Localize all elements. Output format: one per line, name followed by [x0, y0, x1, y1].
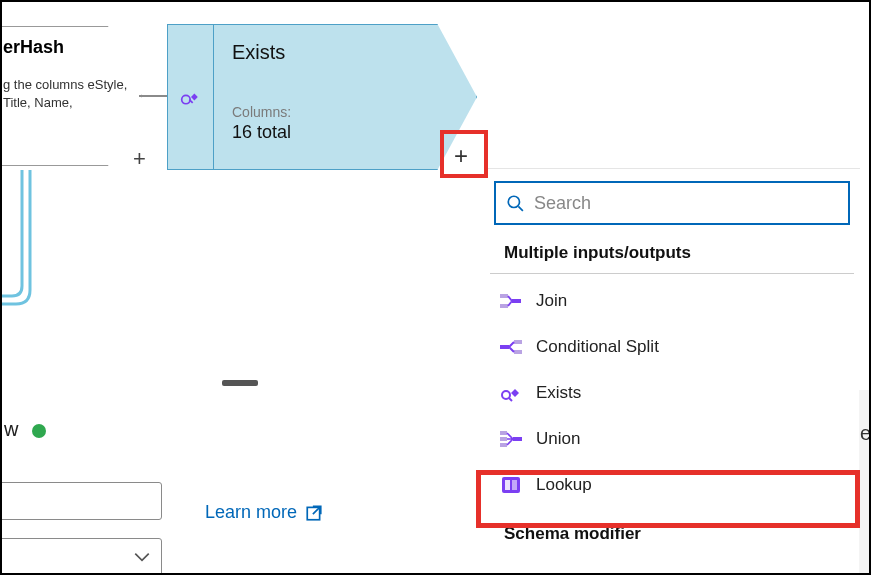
svg-rect-6 [500, 294, 508, 298]
svg-point-0 [181, 95, 189, 103]
transformation-search-input[interactable] [534, 193, 838, 214]
menu-item-lookup-label: Lookup [536, 475, 592, 495]
learn-more-link[interactable]: Learn more [205, 502, 323, 523]
panel-resize-handle[interactable] [222, 380, 258, 386]
exists-node-icon-bay [167, 24, 213, 170]
node-connector [139, 82, 168, 112]
lookup-icon [500, 474, 522, 496]
menu-item-conditional-split-label: Conditional Split [536, 337, 659, 357]
svg-rect-15 [500, 431, 507, 435]
exists-menu-icon [500, 382, 522, 404]
exists-node-columns-label: Columns: [232, 104, 458, 120]
menu-item-union[interactable]: Union [484, 416, 860, 462]
exists-node-columns-value: 16 total [232, 122, 458, 143]
property-input-1[interactable] [0, 482, 162, 520]
svg-rect-11 [514, 350, 522, 354]
svg-marker-14 [511, 389, 519, 397]
svg-rect-19 [502, 477, 520, 493]
menu-item-exists-label: Exists [536, 383, 581, 403]
svg-rect-9 [500, 345, 509, 349]
conditional-split-icon [500, 336, 522, 358]
menu-section-schema-modifier: Schema modifier [490, 516, 854, 554]
svg-rect-8 [512, 299, 521, 303]
svg-rect-17 [500, 443, 507, 447]
add-transformation-button[interactable]: + [454, 142, 468, 170]
external-link-icon [305, 504, 323, 522]
svg-line-5 [518, 206, 523, 211]
exists-node[interactable]: Exists Columns: 16 total [167, 24, 477, 170]
scrollbar-track[interactable] [859, 390, 869, 575]
upstream-node-title: erHash [3, 37, 129, 58]
transformation-search[interactable] [494, 181, 850, 225]
svg-point-12 [502, 391, 510, 399]
svg-line-13 [509, 398, 512, 401]
add-branch-button-left[interactable]: + [133, 146, 146, 172]
exists-node-title: Exists [232, 41, 458, 64]
svg-marker-2 [191, 94, 198, 101]
status-indicator-dot [32, 424, 46, 438]
join-icon [500, 290, 522, 312]
dataflow-canvas[interactable]: erHash g the columns eStyle, Title, Name… [2, 2, 869, 573]
right-cut-text: e [860, 422, 871, 445]
menu-item-join[interactable]: Join [484, 278, 860, 324]
learn-more-label: Learn more [205, 502, 297, 523]
search-icon [506, 194, 524, 212]
upstream-node-description: g the columns eStyle, Title, Name, [3, 76, 129, 111]
property-dropdown[interactable] [0, 538, 162, 575]
svg-rect-18 [513, 437, 522, 441]
svg-rect-7 [500, 304, 508, 308]
exists-icon [180, 86, 202, 108]
chevron-down-icon [133, 548, 151, 566]
status-text-fragment: w [4, 418, 18, 441]
svg-rect-16 [500, 437, 507, 441]
upstream-node[interactable]: erHash g the columns eStyle, Title, Name… [0, 26, 142, 166]
add-transformation-menu: Multiple inputs/outputs Join [484, 168, 860, 558]
svg-point-4 [508, 196, 519, 207]
svg-rect-20 [505, 480, 510, 490]
svg-rect-10 [514, 340, 522, 344]
menu-item-conditional-split[interactable]: Conditional Split [484, 324, 860, 370]
union-icon [500, 428, 522, 450]
svg-rect-21 [512, 480, 517, 490]
menu-item-lookup[interactable]: Lookup [484, 462, 860, 508]
menu-item-exists[interactable]: Exists [484, 370, 860, 416]
menu-item-union-label: Union [536, 429, 580, 449]
flow-pipe-second [2, 170, 32, 310]
menu-item-join-label: Join [536, 291, 567, 311]
menu-section-multiple-io: Multiple inputs/outputs [490, 235, 854, 274]
